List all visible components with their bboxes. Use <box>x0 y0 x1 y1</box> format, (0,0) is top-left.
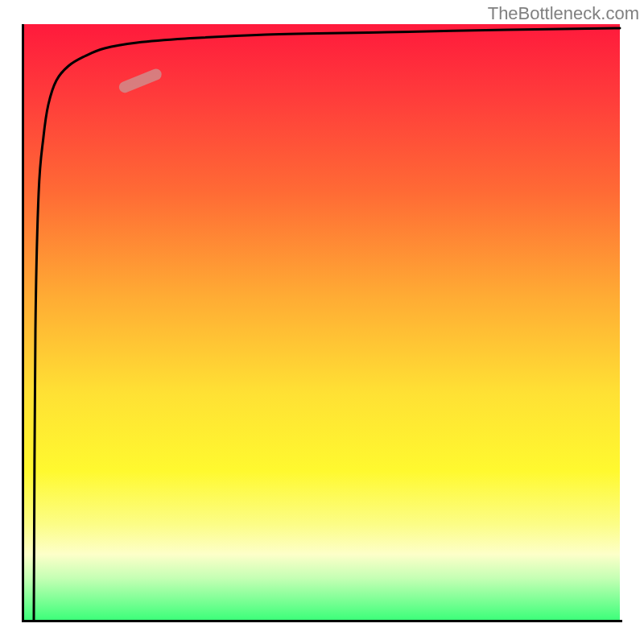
x-axis <box>22 620 622 622</box>
bottleneck-curve <box>34 28 620 620</box>
highlight-marker <box>118 67 163 94</box>
chart-stage: TheBottleneck.com <box>0 0 644 644</box>
curve-layer <box>24 24 620 620</box>
svg-rect-0 <box>118 67 163 94</box>
attribution-text: TheBottleneck.com <box>488 3 639 24</box>
